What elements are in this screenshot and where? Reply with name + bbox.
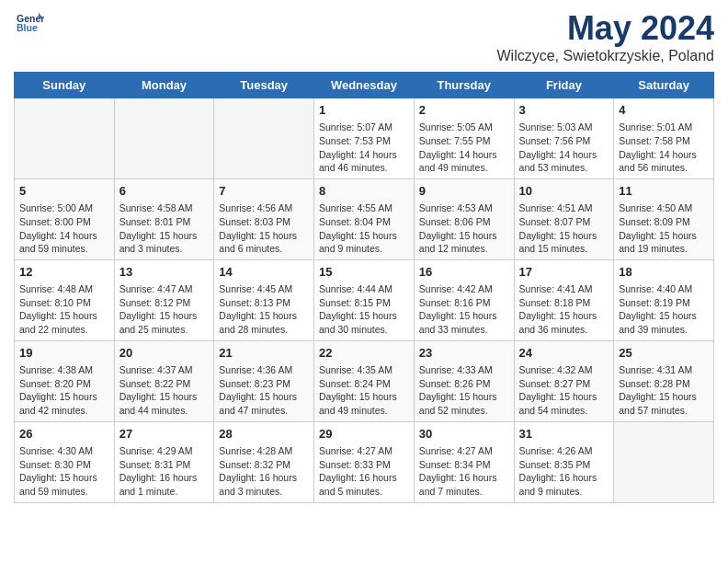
day-number: 4 <box>619 102 709 119</box>
day-number: 31 <box>519 426 609 442</box>
day-content: Sunrise: 4:50 AM Sunset: 8:09 PM Dayligh… <box>619 201 709 256</box>
calendar-cell: 3Sunrise: 5:03 AM Sunset: 7:56 PM Daylig… <box>514 98 614 179</box>
day-content: Sunrise: 4:44 AM Sunset: 8:15 PM Dayligh… <box>319 282 409 337</box>
calendar-cell <box>15 98 115 179</box>
svg-text:Blue: Blue <box>17 22 38 33</box>
day-content: Sunrise: 4:53 AM Sunset: 8:06 PM Dayligh… <box>419 201 509 256</box>
day-number: 1 <box>319 102 409 119</box>
day-number: 24 <box>519 345 609 362</box>
location-title: Wilczyce, Swietokrzyskie, Poland <box>496 48 714 64</box>
day-content: Sunrise: 4:29 AM Sunset: 8:31 PM Dayligh… <box>119 444 210 499</box>
calendar-cell <box>614 421 714 502</box>
day-number: 23 <box>419 345 509 362</box>
day-content: Sunrise: 4:27 AM Sunset: 8:33 PM Dayligh… <box>319 444 409 499</box>
weekday-header-thursday: Thursday <box>414 73 514 98</box>
day-content: Sunrise: 5:00 AM Sunset: 8:00 PM Dayligh… <box>19 201 109 256</box>
day-number: 16 <box>419 264 509 281</box>
day-content: Sunrise: 4:28 AM Sunset: 8:32 PM Dayligh… <box>219 444 309 499</box>
day-content: Sunrise: 4:45 AM Sunset: 8:13 PM Dayligh… <box>219 282 309 337</box>
day-content: Sunrise: 5:05 AM Sunset: 7:55 PM Dayligh… <box>419 121 509 175</box>
day-number: 26 <box>19 426 109 442</box>
day-content: Sunrise: 4:26 AM Sunset: 8:35 PM Dayligh… <box>519 444 609 499</box>
day-content: Sunrise: 4:33 AM Sunset: 8:26 PM Dayligh… <box>419 363 509 418</box>
day-content: Sunrise: 4:30 AM Sunset: 8:30 PM Dayligh… <box>19 444 109 499</box>
calendar-week-3: 12Sunrise: 4:48 AM Sunset: 8:10 PM Dayli… <box>15 259 714 340</box>
day-number: 17 <box>519 264 609 281</box>
calendar-cell: 27Sunrise: 4:29 AM Sunset: 8:31 PM Dayli… <box>114 421 214 502</box>
weekday-header-wednesday: Wednesday <box>314 73 415 98</box>
day-content: Sunrise: 4:51 AM Sunset: 8:07 PM Dayligh… <box>519 201 609 256</box>
calendar-cell: 21Sunrise: 4:36 AM Sunset: 8:23 PM Dayli… <box>214 340 314 421</box>
calendar-week-2: 5Sunrise: 5:00 AM Sunset: 8:00 PM Daylig… <box>15 178 714 259</box>
calendar-cell: 18Sunrise: 4:40 AM Sunset: 8:19 PM Dayli… <box>614 259 714 340</box>
calendar-cell: 14Sunrise: 4:45 AM Sunset: 8:13 PM Dayli… <box>214 259 314 340</box>
logo-icon: General Blue <box>17 9 44 37</box>
calendar-cell: 2Sunrise: 5:05 AM Sunset: 7:55 PM Daylig… <box>414 98 514 179</box>
day-number: 15 <box>319 264 409 281</box>
day-content: Sunrise: 4:27 AM Sunset: 8:34 PM Dayligh… <box>419 444 509 499</box>
day-content: Sunrise: 4:56 AM Sunset: 8:03 PM Dayligh… <box>219 201 309 256</box>
day-number: 14 <box>219 264 309 281</box>
weekday-header-saturday: Saturday <box>614 73 714 98</box>
calendar-cell: 9Sunrise: 4:53 AM Sunset: 8:06 PM Daylig… <box>414 178 514 259</box>
calendar-cell: 1Sunrise: 5:07 AM Sunset: 7:53 PM Daylig… <box>314 98 415 179</box>
day-content: Sunrise: 4:58 AM Sunset: 8:01 PM Dayligh… <box>119 201 210 256</box>
calendar-cell: 10Sunrise: 4:51 AM Sunset: 8:07 PM Dayli… <box>514 178 614 259</box>
logo: General Blue <box>14 9 44 40</box>
calendar-cell: 19Sunrise: 4:38 AM Sunset: 8:20 PM Dayli… <box>15 340 115 421</box>
calendar-cell: 24Sunrise: 4:32 AM Sunset: 8:27 PM Dayli… <box>514 340 614 421</box>
day-number: 10 <box>519 183 609 200</box>
calendar-week-5: 26Sunrise: 4:30 AM Sunset: 8:30 PM Dayli… <box>15 421 714 502</box>
day-content: Sunrise: 4:35 AM Sunset: 8:24 PM Dayligh… <box>319 363 409 418</box>
day-content: Sunrise: 4:31 AM Sunset: 8:28 PM Dayligh… <box>619 363 709 418</box>
calendar-cell: 15Sunrise: 4:44 AM Sunset: 8:15 PM Dayli… <box>314 259 415 340</box>
day-content: Sunrise: 5:03 AM Sunset: 7:56 PM Dayligh… <box>519 121 609 175</box>
calendar-week-1: 1Sunrise: 5:07 AM Sunset: 7:53 PM Daylig… <box>15 98 714 179</box>
day-content: Sunrise: 4:36 AM Sunset: 8:23 PM Dayligh… <box>219 363 309 418</box>
day-number: 21 <box>219 345 309 362</box>
day-number: 6 <box>119 183 210 200</box>
calendar-cell: 30Sunrise: 4:27 AM Sunset: 8:34 PM Dayli… <box>414 421 514 502</box>
page-header: General Blue May 2024 Wilczyce, Swietokr… <box>14 9 714 64</box>
calendar-cell: 5Sunrise: 5:00 AM Sunset: 8:00 PM Daylig… <box>15 178 115 259</box>
day-number: 25 <box>619 345 709 362</box>
day-content: Sunrise: 4:32 AM Sunset: 8:27 PM Dayligh… <box>519 363 609 418</box>
day-number: 3 <box>519 102 609 119</box>
day-number: 19 <box>19 345 109 362</box>
calendar-cell: 8Sunrise: 4:55 AM Sunset: 8:04 PM Daylig… <box>314 178 415 259</box>
calendar-cell: 12Sunrise: 4:48 AM Sunset: 8:10 PM Dayli… <box>15 259 115 340</box>
day-number: 27 <box>119 426 210 442</box>
day-content: Sunrise: 5:07 AM Sunset: 7:53 PM Dayligh… <box>319 121 409 175</box>
day-number: 8 <box>319 183 409 200</box>
calendar-cell <box>214 98 314 179</box>
weekday-header-tuesday: Tuesday <box>214 73 314 98</box>
calendar-cell: 4Sunrise: 5:01 AM Sunset: 7:58 PM Daylig… <box>614 98 714 179</box>
day-number: 18 <box>619 264 709 281</box>
day-number: 5 <box>19 183 109 200</box>
day-number: 28 <box>219 426 309 442</box>
day-number: 12 <box>19 264 109 281</box>
day-number: 29 <box>319 426 409 442</box>
weekday-header-monday: Monday <box>114 73 214 98</box>
day-content: Sunrise: 4:47 AM Sunset: 8:12 PM Dayligh… <box>119 282 210 337</box>
calendar-table: SundayMondayTuesdayWednesdayThursdayFrid… <box>14 72 714 503</box>
calendar-cell: 7Sunrise: 4:56 AM Sunset: 8:03 PM Daylig… <box>214 178 314 259</box>
calendar-cell: 16Sunrise: 4:42 AM Sunset: 8:16 PM Dayli… <box>414 259 514 340</box>
day-number: 20 <box>119 345 210 362</box>
calendar-cell: 22Sunrise: 4:35 AM Sunset: 8:24 PM Dayli… <box>314 340 415 421</box>
day-number: 30 <box>419 426 509 442</box>
day-content: Sunrise: 4:37 AM Sunset: 8:22 PM Dayligh… <box>119 363 210 418</box>
calendar-cell: 29Sunrise: 4:27 AM Sunset: 8:33 PM Dayli… <box>314 421 415 502</box>
day-number: 13 <box>119 264 210 281</box>
calendar-cell: 6Sunrise: 4:58 AM Sunset: 8:01 PM Daylig… <box>114 178 214 259</box>
day-number: 22 <box>319 345 409 362</box>
calendar-cell: 17Sunrise: 4:41 AM Sunset: 8:18 PM Dayli… <box>514 259 614 340</box>
weekday-header-friday: Friday <box>514 73 614 98</box>
day-content: Sunrise: 4:48 AM Sunset: 8:10 PM Dayligh… <box>19 282 109 337</box>
month-title: May 2024 <box>496 9 714 48</box>
day-content: Sunrise: 4:40 AM Sunset: 8:19 PM Dayligh… <box>619 282 709 337</box>
day-content: Sunrise: 4:42 AM Sunset: 8:16 PM Dayligh… <box>419 282 509 337</box>
day-content: Sunrise: 4:55 AM Sunset: 8:04 PM Dayligh… <box>319 201 409 256</box>
title-block: May 2024 Wilczyce, Swietokrzyskie, Polan… <box>496 9 714 64</box>
calendar-cell: 13Sunrise: 4:47 AM Sunset: 8:12 PM Dayli… <box>114 259 214 340</box>
